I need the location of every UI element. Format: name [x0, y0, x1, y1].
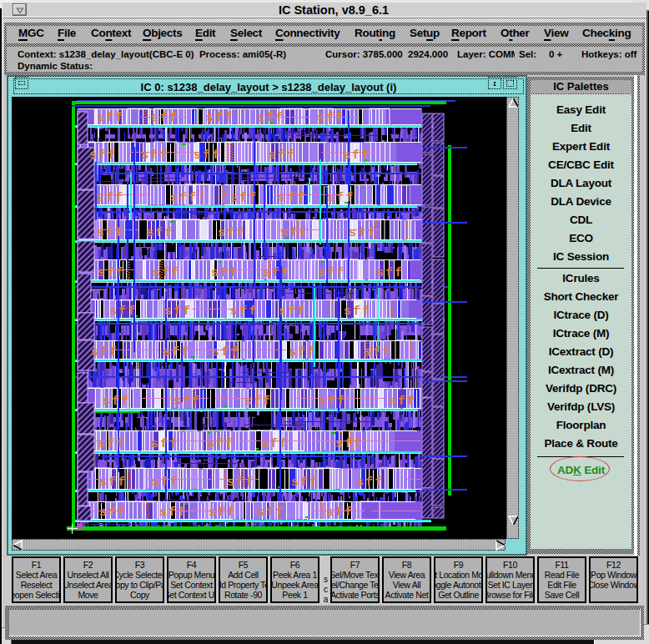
svg-text:sff: sff [317, 111, 345, 124]
svg-text:sff: sff [97, 226, 125, 239]
svg-text:sff: sff [389, 395, 417, 408]
svg-text:sff: sff [364, 345, 392, 359]
svg-text:sff: sff [207, 437, 235, 450]
svg-text:sff: sff [263, 266, 291, 279]
svg-text:sff: sff [326, 506, 355, 519]
svg-text:sff: sff [244, 395, 273, 408]
svg-text:sff: sff [257, 506, 285, 519]
svg-text:sff: sff [170, 191, 199, 204]
svg-text:sff: sff [335, 437, 364, 450]
svg-text:sff: sff [218, 226, 246, 239]
svg-text:sff: sff [209, 506, 237, 519]
svg-text:sff: sff [153, 266, 181, 279]
svg-text:sff: sff [164, 304, 193, 318]
svg-text:sff: sff [151, 437, 179, 450]
svg-text:sff: sff [319, 395, 347, 408]
svg-text:sff: sff [269, 148, 297, 162]
svg-text:sff: sff [151, 111, 179, 124]
svg-text:sff: sff [257, 111, 285, 124]
svg-text:sff: sff [194, 148, 222, 162]
svg-text:sff: sff [261, 437, 289, 450]
svg-text:sff: sff [206, 111, 234, 124]
svg-text:sff: sff [141, 148, 169, 162]
svg-text:sff: sff [227, 475, 255, 489]
svg-text:sff: sff [291, 475, 319, 489]
svg-text:sff: sff [99, 475, 128, 489]
svg-text:sff: sff [98, 437, 126, 450]
svg-text:sff: sff [280, 226, 309, 239]
svg-text:sff: sff [318, 266, 346, 279]
svg-text:sff: sff [343, 148, 371, 162]
svg-text:sff: sff [230, 304, 259, 318]
svg-text:sff: sff [211, 266, 239, 279]
svg-text:sff: sff [89, 148, 118, 162]
svg-text:sff: sff [279, 304, 307, 318]
svg-text:sff: sff [279, 191, 307, 204]
svg-text:sff: sff [146, 226, 174, 239]
svg-text:sff: sff [289, 345, 317, 359]
svg-text:sff: sff [97, 191, 125, 204]
svg-text:sff: sff [163, 345, 191, 359]
svg-text:sff: sff [174, 395, 202, 408]
svg-text:sff: sff [230, 191, 259, 204]
svg-text:sff: sff [152, 475, 180, 489]
svg-text:sff: sff [356, 475, 385, 489]
svg-text:sff: sff [327, 191, 355, 204]
svg-text:sff: sff [91, 345, 119, 359]
svg-text:sff: sff [159, 506, 188, 519]
svg-text:sff: sff [376, 266, 405, 279]
svg-text:sff: sff [97, 111, 125, 124]
svg-text:sff: sff [344, 304, 372, 318]
svg-text:sff: sff [99, 506, 128, 519]
svg-text:sff: sff [349, 226, 377, 239]
svg-text:sff: sff [109, 304, 138, 318]
svg-text:sff: sff [103, 395, 131, 408]
svg-text:sff: sff [212, 345, 240, 359]
svg-text:sff: sff [98, 266, 126, 279]
